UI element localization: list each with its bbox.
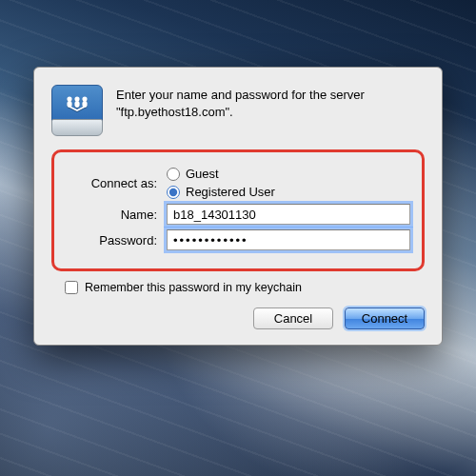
- svg-point-4: [82, 96, 87, 101]
- dialog-prompt-text: Enter your name and password for the ser…: [116, 87, 425, 136]
- svg-rect-3: [74, 101, 79, 108]
- remember-checkbox-input[interactable]: [65, 281, 78, 294]
- svg-rect-1: [67, 101, 71, 108]
- svg-point-0: [67, 96, 71, 101]
- password-input[interactable]: [167, 229, 410, 250]
- dialog-action-bar: Cancel Connect: [51, 307, 425, 329]
- guest-radio-input[interactable]: [167, 168, 180, 181]
- remember-checkbox-label: Remember this password in my keychain: [85, 281, 302, 294]
- connect-button[interactable]: Connect: [345, 307, 425, 329]
- connect-as-guest-radio[interactable]: Guest: [167, 167, 275, 181]
- annotation-highlight-box: Connect as: Guest Registered User Name: …: [51, 149, 425, 271]
- network-drive-icon: [51, 85, 103, 136]
- connect-as-registered-radio[interactable]: Registered User: [167, 185, 275, 199]
- registered-radio-label: Registered User: [186, 185, 275, 199]
- guest-radio-label: Guest: [186, 167, 219, 181]
- remember-keychain-checkbox[interactable]: Remember this password in my keychain: [65, 281, 425, 294]
- svg-point-2: [74, 96, 79, 101]
- registered-radio-input[interactable]: [167, 186, 180, 199]
- svg-rect-5: [82, 101, 87, 108]
- connect-to-server-auth-dialog: Enter your name and password for the ser…: [33, 67, 443, 346]
- desktop-background: Enter your name and password for the ser…: [0, 0, 476, 476]
- name-label: Name:: [66, 208, 157, 222]
- password-label: Password:: [66, 233, 157, 248]
- cancel-button[interactable]: Cancel: [253, 307, 333, 329]
- connect-as-label: Connect as:: [66, 176, 157, 190]
- name-input[interactable]: [167, 204, 410, 225]
